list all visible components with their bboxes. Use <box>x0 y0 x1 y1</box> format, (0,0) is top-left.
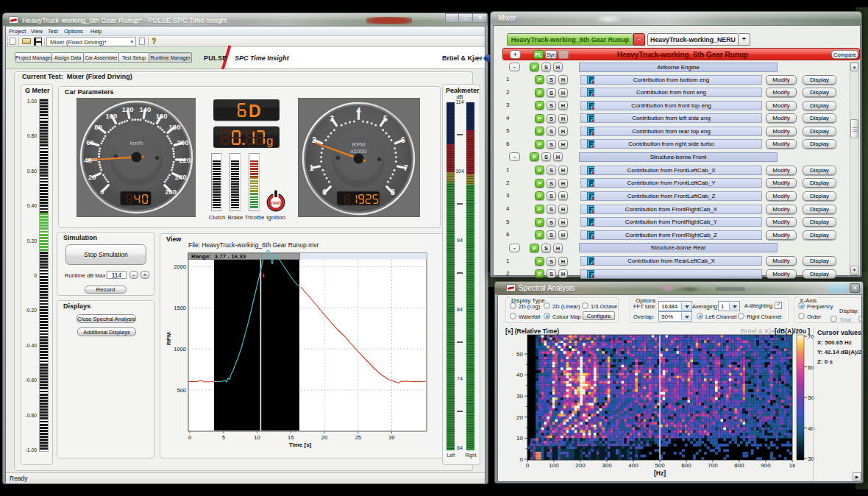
svg-text:500: 500 <box>177 387 186 394</box>
svg-text:220: 220 <box>179 156 191 164</box>
svg-text:70: 70 <box>808 333 814 340</box>
svg-text:0: 0 <box>526 462 530 469</box>
svg-text:g: g <box>266 134 273 148</box>
svg-text:600: 600 <box>681 462 691 469</box>
svg-text:10: 10 <box>516 435 523 442</box>
svg-text:RPM: RPM <box>352 141 366 148</box>
svg-text:40: 40 <box>516 372 523 378</box>
svg-text:[Hz]: [Hz] <box>654 470 666 477</box>
svg-text:x1000: x1000 <box>351 148 367 155</box>
svg-text:RPM: RPM <box>166 332 172 345</box>
svg-text:20: 20 <box>516 414 523 421</box>
svg-text:800: 800 <box>734 462 744 469</box>
svg-text:180: 180 <box>169 123 181 131</box>
svg-text:20: 20 <box>88 173 96 181</box>
svg-text:200: 200 <box>177 138 189 146</box>
svg-text:500: 500 <box>655 462 665 469</box>
svg-text:100: 100 <box>549 462 559 469</box>
svg-text:60: 60 <box>808 364 814 371</box>
svg-text:100: 100 <box>105 112 117 120</box>
svg-text:6: 6 <box>401 135 405 144</box>
svg-text:0: 0 <box>188 434 191 441</box>
svg-text:5: 5 <box>222 434 225 441</box>
svg-text:1500: 1500 <box>174 305 186 311</box>
svg-text:50: 50 <box>516 351 523 358</box>
svg-text:4: 4 <box>357 106 361 115</box>
svg-text:7: 7 <box>404 163 408 172</box>
svg-text:START: START <box>270 201 282 205</box>
svg-text:140: 140 <box>139 105 151 113</box>
svg-text:30: 30 <box>808 456 814 462</box>
svg-text:60: 60 <box>86 138 94 146</box>
svg-text:D: D <box>249 102 261 121</box>
svg-text:120: 120 <box>122 105 134 113</box>
svg-text:20: 20 <box>321 434 327 441</box>
svg-text:8: 8 <box>391 188 395 196</box>
svg-text:240: 240 <box>175 173 187 181</box>
svg-text:1k: 1k <box>789 462 796 469</box>
svg-text:0: 0 <box>520 456 524 463</box>
svg-text:Time [s]: Time [s] <box>289 442 312 448</box>
svg-text:1000: 1000 <box>174 346 186 352</box>
svg-text:900: 900 <box>761 462 771 469</box>
svg-text:25: 25 <box>355 434 361 441</box>
svg-text:[5 Spectrum Total Sound (Rear): [5 Spectrum Total Sound (Rear)] <box>536 336 615 343</box>
svg-text:50: 50 <box>808 394 814 401</box>
svg-text:160: 160 <box>156 112 168 120</box>
svg-text:80: 80 <box>94 123 102 131</box>
svg-text:0: 0 <box>100 188 104 196</box>
svg-text:3: 3 <box>330 114 334 123</box>
svg-text:400: 400 <box>628 462 638 469</box>
svg-text:Range: 3.77 - 16.33: Range: 3.77 - 16.33 <box>191 253 246 260</box>
svg-text:10: 10 <box>254 434 260 441</box>
svg-text:260: 260 <box>165 188 177 196</box>
svg-text:200: 200 <box>575 462 586 469</box>
svg-text:1: 1 <box>309 163 313 172</box>
svg-text:300: 300 <box>602 462 612 469</box>
svg-text:40: 40 <box>808 425 814 432</box>
svg-text:700: 700 <box>708 462 718 469</box>
svg-text:30: 30 <box>388 434 394 441</box>
svg-text:15: 15 <box>288 434 294 441</box>
svg-text:0: 0 <box>322 188 327 196</box>
svg-text:km/h: km/h <box>130 140 143 146</box>
svg-text:30: 30 <box>516 393 523 400</box>
svg-text:2000: 2000 <box>174 263 186 270</box>
svg-text:5: 5 <box>383 114 388 123</box>
